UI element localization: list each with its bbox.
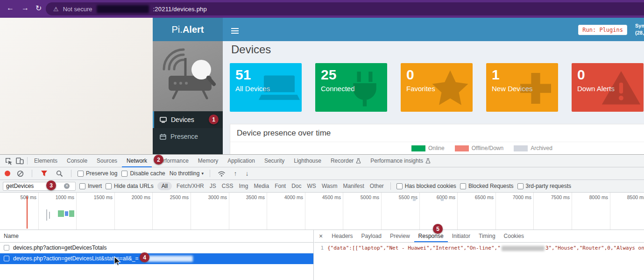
card-down-alerts[interactable]: 0 Down Alerts — [572, 63, 644, 112]
disable-cache-checkbox[interactable]: Disable cache — [121, 170, 165, 177]
tab-headers[interactable]: Headers — [327, 230, 357, 242]
sidebar-item-presence[interactable]: Presence — [153, 128, 223, 145]
filter-type-ws[interactable]: WS — [306, 182, 317, 190]
filter-type-media[interactable]: Media — [253, 182, 270, 190]
forward-icon[interactable]: → — [21, 4, 29, 12]
card-all-devices[interactable]: 51 All Devices — [230, 63, 302, 112]
checkbox[interactable] — [78, 171, 84, 177]
timeline-label: 8500 ms — [618, 194, 644, 200]
throttling-select[interactable]: No throttling ▾ — [170, 170, 204, 177]
timeline-label: 4000 ms — [275, 194, 303, 200]
filter-type-wasm[interactable]: Wasm — [321, 182, 339, 190]
export-har-icon[interactable]: ↓ — [243, 170, 251, 177]
tab-cookies[interactable]: Cookies — [500, 230, 528, 242]
tab-application[interactable]: Application — [223, 155, 260, 167]
tab-label: Recorder — [331, 158, 354, 164]
tab-initiator[interactable]: Initiator — [448, 230, 474, 242]
not-secure-warning-icon[interactable]: ⚠ — [53, 6, 59, 13]
filter-type-css[interactable]: CSS — [221, 182, 234, 190]
sidebar: Devices Presence — [153, 41, 223, 154]
tab-security[interactable]: Security — [260, 155, 289, 167]
address-bar[interactable]: ⚠ Not secure :20211/devices.php — [46, 2, 644, 15]
device-toolbar-icon[interactable] — [14, 155, 25, 166]
throttling-value: No throttling — [170, 170, 200, 177]
checkbox[interactable] — [460, 183, 466, 189]
close-details-icon[interactable]: × — [314, 232, 327, 240]
card-new-devices[interactable]: 1 New Devices — [486, 63, 558, 112]
divider — [32, 170, 32, 177]
card-connected[interactable]: 25 Connected — [315, 63, 387, 112]
tab-sources[interactable]: Sources — [92, 155, 122, 167]
plus-icon — [515, 68, 556, 110]
requests-list: Name devices.php?action=getDevicesTotals… — [0, 230, 314, 280]
user-info[interactable]: Sym (28, — [635, 22, 644, 36]
back-icon[interactable]: ← — [7, 4, 14, 12]
hide-data-urls-checkbox[interactable]: Hide data URLs — [106, 183, 154, 189]
response-body[interactable]: 1 {"data":[["laptop","Net - Huawei","Int… — [314, 242, 644, 280]
tab-recorder[interactable]: Recorder — [326, 155, 366, 167]
checkbox-label: Preserve log — [86, 170, 117, 177]
tab-performance-insights[interactable]: Performance insights — [366, 155, 435, 167]
checkbox[interactable] — [396, 183, 403, 189]
timeline-gridline — [381, 193, 382, 230]
filter-type-font[interactable]: Font — [274, 182, 287, 190]
tab-console[interactable]: Console — [62, 155, 92, 167]
filter-type-all[interactable]: All — [157, 182, 172, 190]
third-party-requests-checkbox[interactable]: 3rd-party requests — [517, 183, 571, 189]
tab-preview[interactable]: Preview — [386, 230, 414, 242]
tab-memory[interactable]: Memory — [193, 155, 223, 167]
app-navbar: Run: Plugins Sym (28, — [223, 18, 644, 41]
request-row[interactable]: devices.php?action=getDevicesTotals — [0, 243, 313, 253]
inspect-element-icon[interactable] — [3, 155, 14, 166]
filter-type-other[interactable]: Other — [369, 182, 385, 190]
tab-elements[interactable]: Elements — [29, 155, 62, 167]
timeline-gridline — [38, 193, 39, 230]
filter-type-fetch-xhr[interactable]: Fetch/XHR — [176, 182, 205, 190]
tab-response[interactable]: Response — [414, 230, 448, 242]
timeline-gridline — [610, 193, 610, 230]
filter-type-manifest[interactable]: Manifest — [342, 182, 365, 190]
tab-timing[interactable]: Timing — [474, 230, 500, 242]
reload-icon[interactable]: ↻ — [35, 4, 42, 13]
timeline-label: 5000 ms — [351, 194, 379, 200]
network-conditions-icon[interactable] — [216, 168, 227, 179]
filter-input-wrap: ✕ — [3, 182, 76, 191]
tab-lighthouse[interactable]: Lighthouse — [289, 155, 326, 167]
presence-panel: Device presence over time Online Offline… — [230, 124, 644, 154]
preserve-log-checkbox[interactable]: Preserve log — [78, 170, 117, 177]
column-header-name[interactable]: Name — [0, 230, 313, 243]
app-logo[interactable]: Pi.Alert — [153, 18, 223, 41]
clear-filter-icon[interactable]: ✕ — [64, 183, 70, 189]
experiment-flask-icon — [425, 158, 431, 164]
tab-network[interactable]: Network — [122, 155, 152, 167]
blocked-requests-checkbox[interactable]: Blocked Requests — [460, 183, 514, 189]
checkbox[interactable] — [79, 183, 85, 189]
import-har-icon[interactable]: ↑ — [232, 170, 239, 177]
filter-type-doc[interactable]: Doc — [290, 182, 302, 190]
legend-item-offline: Offline/Down — [455, 145, 503, 151]
invert-checkbox[interactable]: Invert — [79, 183, 102, 189]
checkbox[interactable] — [517, 183, 524, 189]
has-blocked-cookies-checkbox[interactable]: Has blocked cookies — [396, 183, 456, 189]
main-content: Devices 51 All Devices 25 Connected 0 Fa… — [223, 41, 644, 154]
clear-icon[interactable] — [14, 168, 26, 179]
tab-payload[interactable]: Payload — [357, 230, 386, 242]
network-overview-timeline[interactable]: 500 ms 1000 ms 1500 ms 2000 ms 2500 ms 3… — [0, 193, 644, 230]
filter-funnel-icon[interactable] — [38, 168, 50, 179]
security-label: Not secure — [63, 6, 92, 13]
request-row-selected[interactable]: devices.php?action=getDevicesList&status… — [0, 253, 313, 264]
filter-type-img[interactable]: Img — [238, 182, 249, 190]
search-icon[interactable] — [54, 168, 65, 179]
run-plugins-button[interactable]: Run: Plugins — [578, 25, 627, 35]
checkbox[interactable] — [106, 183, 112, 189]
checkbox[interactable] — [121, 171, 127, 177]
request-name: devices.php?action=getDevicesTotals — [13, 244, 106, 251]
filter-type-js[interactable]: JS — [209, 182, 217, 190]
timeline-gridline — [152, 193, 153, 230]
file-icon — [4, 256, 9, 261]
record-button[interactable] — [5, 171, 10, 176]
sidebar-toggle-icon[interactable] — [231, 27, 239, 35]
router-logo-image — [153, 41, 223, 111]
card-favorites[interactable]: 0 Favorites — [401, 63, 473, 112]
timeline-label: 8000 ms — [580, 194, 608, 200]
